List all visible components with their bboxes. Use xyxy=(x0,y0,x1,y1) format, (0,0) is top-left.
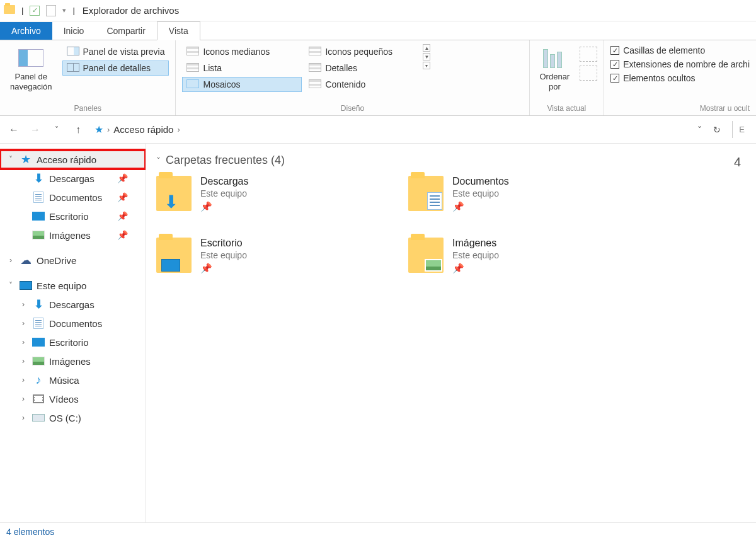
group-label-current-view: Vista actual xyxy=(536,104,598,113)
address-bar: ← → ˅ ↑ ★ › Acceso rápido › ˅ ↻ E xyxy=(0,116,756,144)
ribbon-body: Panel de navegación Panel de vista previ… xyxy=(0,40,756,116)
spinner-more-icon[interactable]: ▾ xyxy=(423,62,430,69)
pin-icon: 📌 xyxy=(117,211,128,221)
status-text: 4 elementos xyxy=(6,527,54,537)
caret-down-icon[interactable]: ˅ xyxy=(156,156,161,166)
tree-pc-music[interactable]: › ♪ Música xyxy=(0,371,146,389)
details-pane-button[interactable]: Panel de detalles xyxy=(62,60,169,76)
tree-label: OneDrive xyxy=(37,255,76,266)
tree-pc-os-drive[interactable]: › OS (C:) xyxy=(0,408,146,427)
tree-label: Descargas xyxy=(49,299,94,310)
view-tiles[interactable]: Mosaicos xyxy=(182,77,302,92)
tree-pictures[interactable]: Imágenes 📌 xyxy=(0,226,146,244)
window-title: Explorador de archivos xyxy=(83,5,179,16)
desktop-icon xyxy=(32,336,45,348)
qat-checkbox-button[interactable]: ✓ xyxy=(30,6,40,16)
document-icon xyxy=(32,191,45,204)
tree-documents[interactable]: Documentos 📌 xyxy=(0,188,146,207)
folder-tile-pictures[interactable]: Imágenes Este equipo 📌 xyxy=(408,238,597,274)
view-list[interactable]: Lista xyxy=(182,60,302,76)
spinner-up-icon[interactable]: ▲ xyxy=(423,44,430,52)
folder-name: Escritorio xyxy=(200,238,247,249)
refresh-button[interactable]: ↻ xyxy=(709,122,724,137)
tree-this-pc[interactable]: ˅ Este equipo xyxy=(0,276,146,295)
hidden-items-toggle[interactable]: ✓ Elementos ocultos xyxy=(610,72,750,84)
group-label-showhide: Mostrar u ocult xyxy=(610,104,750,113)
view-details[interactable]: Detalles xyxy=(304,60,418,76)
address-dropdown-button[interactable]: ˅ xyxy=(694,122,706,137)
folder-system-icon xyxy=(4,5,15,16)
tab-view[interactable]: Vista xyxy=(157,21,200,40)
tree-pc-downloads[interactable]: › ⬇ Descargas xyxy=(0,295,146,314)
layout-spinner[interactable]: ▲ ▼ ▾ xyxy=(423,44,430,69)
breadcrumb[interactable]: ★ › Acceso rápido › xyxy=(91,120,690,140)
folder-tile-desktop[interactable]: Escritorio Este equipo 📌 xyxy=(156,238,345,274)
pin-icon: 📌 xyxy=(117,230,128,240)
caret-right-icon[interactable]: › xyxy=(19,394,28,403)
download-arrow-icon: ⬇ xyxy=(32,172,45,185)
tree-pc-pictures[interactable]: › Imágenes xyxy=(0,352,146,371)
tab-share[interactable]: Compartir xyxy=(95,22,156,40)
search-box-edge[interactable]: E xyxy=(732,121,751,138)
caret-right-icon[interactable]: › xyxy=(19,413,28,422)
ribbon-group-panels: Panel de navegación Panel de vista previ… xyxy=(0,40,176,115)
tree-label: Escritorio xyxy=(49,211,89,222)
tree-quick-access[interactable]: ˅ ★ Acceso rápido xyxy=(0,150,146,169)
tree-pc-desktop[interactable]: › Escritorio xyxy=(0,333,146,352)
folder-icon: ⬇ xyxy=(156,176,192,211)
recent-locations-button[interactable]: ˅ xyxy=(48,121,66,139)
sort-by-button[interactable]: Ordenar por xyxy=(536,44,574,95)
forward-button[interactable]: → xyxy=(26,121,44,139)
folder-location: Este equipo xyxy=(452,250,499,260)
folder-tile-documents[interactable]: Documentos Este equipo 📌 xyxy=(408,176,597,212)
up-button[interactable]: ↑ xyxy=(69,121,87,139)
computer-icon xyxy=(19,279,33,292)
caret-down-icon[interactable]: ˅ xyxy=(6,281,15,290)
qat-properties-button[interactable] xyxy=(46,5,56,16)
size-columns-icon[interactable] xyxy=(580,66,597,81)
caret-right-icon[interactable]: › xyxy=(6,256,15,265)
folder-name: Documentos xyxy=(452,176,509,187)
tree-pc-videos[interactable]: › Vídeos xyxy=(0,389,146,408)
caret-right-icon[interactable]: › xyxy=(19,357,28,365)
checkbox-checked-icon: ✓ xyxy=(610,74,619,83)
tree-label: Descargas xyxy=(49,173,94,184)
document-icon xyxy=(32,317,45,330)
folder-tile-downloads[interactable]: ⬇ Descargas Este equipo 📌 xyxy=(156,176,345,212)
caret-right-icon[interactable]: › xyxy=(19,338,28,347)
spinner-down-icon[interactable]: ▼ xyxy=(423,53,430,60)
qat-dropdown[interactable]: ▾ xyxy=(62,6,66,14)
tree-onedrive[interactable]: › ☁ OneDrive xyxy=(0,251,146,270)
caret-right-icon[interactable]: › xyxy=(19,300,28,309)
tree-desktop[interactable]: Escritorio 📌 xyxy=(0,207,146,226)
view-content[interactable]: Contenido xyxy=(304,77,418,92)
add-columns-icon[interactable] xyxy=(580,47,597,62)
chevron-right-icon: › xyxy=(107,125,110,134)
filename-ext-toggle[interactable]: ✓ Extensiones de nombre de archi xyxy=(610,58,750,71)
tab-home[interactable]: Inicio xyxy=(52,22,96,40)
navigation-pane-label: Panel de navegación xyxy=(10,72,52,93)
caret-right-icon[interactable]: › xyxy=(19,319,28,328)
caret-down-icon[interactable]: ˅ xyxy=(6,155,15,164)
navigation-tree[interactable]: ˅ ★ Acceso rápido ⬇ Descargas 📌 Document… xyxy=(0,144,146,522)
item-checkboxes-toggle[interactable]: ✓ Casillas de elemento xyxy=(610,44,750,57)
caret-right-icon[interactable]: › xyxy=(19,376,28,384)
preview-pane-button[interactable]: Panel de vista previa xyxy=(62,44,169,59)
tree-downloads[interactable]: ⬇ Descargas 📌 xyxy=(0,169,146,188)
star-icon: ★ xyxy=(19,153,33,166)
quick-access-toolbar: | ✓ ▾ | xyxy=(4,5,75,16)
section-header[interactable]: ˅ Carpetas frecuentes (4) xyxy=(156,154,746,167)
folder-location: Este equipo xyxy=(200,250,247,260)
tree-pc-documents[interactable]: › Documentos xyxy=(0,314,146,333)
view-small-icons[interactable]: Iconos pequeños xyxy=(304,44,418,59)
item-count-corner: 4 xyxy=(734,155,741,169)
back-button[interactable]: ← xyxy=(5,121,23,139)
group-label-panels: Paneles xyxy=(6,104,169,113)
breadcrumb-item-root[interactable]: Acceso rápido xyxy=(113,124,173,135)
navigation-pane-button[interactable]: Panel de navegación xyxy=(6,44,56,95)
folder-icon xyxy=(156,238,192,273)
content-pane[interactable]: ˅ Carpetas frecuentes (4) 4 ⬇ Descargas … xyxy=(146,144,756,522)
tab-file[interactable]: Archivo xyxy=(0,22,52,40)
view-medium-icons[interactable]: Iconos medianos xyxy=(182,44,302,59)
tree-label: Música xyxy=(49,375,79,386)
